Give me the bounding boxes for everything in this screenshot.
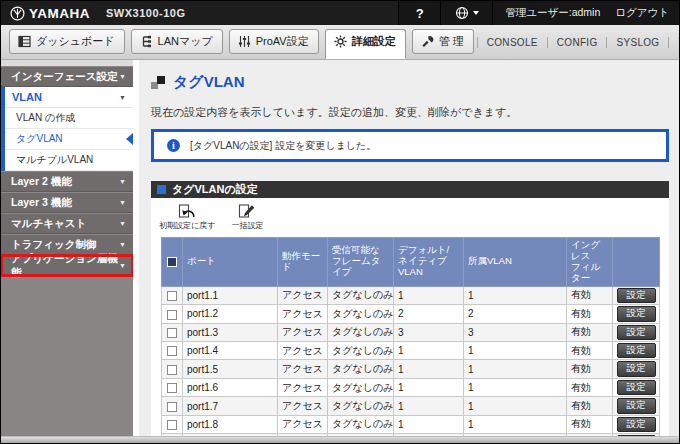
table-row: port1.4 アクセス タグなしのみ 1 1 有効 設定: [162, 342, 660, 360]
table-row: port1.5 アクセス タグなしのみ 1 1 有効 設定: [162, 360, 660, 378]
sidebar-group-layer3[interactable]: Layer 3 機能 ▼: [1, 192, 133, 213]
cell-ingress-filter: 有効: [567, 305, 613, 323]
sidebar-group-label: マルチキャスト: [11, 217, 86, 231]
chevron-down-icon: ▼: [119, 262, 126, 269]
cell-ingress-filter: 有効: [567, 415, 613, 433]
row-checkbox[interactable]: [167, 291, 177, 301]
cell-port: port1.2: [183, 305, 278, 323]
quick-links: CONSOLE CONFIG SYSLOG TECHINFO: [477, 37, 680, 48]
link-techinfo[interactable]: TECHINFO: [668, 37, 680, 48]
table-row: port1.7 アクセス タグなしのみ 1 1 有効 設定: [162, 397, 660, 415]
table-body: port1.1 アクセス タグなしのみ 1 1 有効 設定: [162, 286, 660, 436]
row-config-button[interactable]: 設定: [617, 288, 656, 303]
device-model: SWX3100-10G: [106, 7, 185, 19]
cell-port: port1.4: [183, 342, 278, 360]
link-console[interactable]: CONSOLE: [477, 37, 547, 48]
tab-proav-settings[interactable]: ProAV設定: [229, 29, 319, 54]
cell-frame-type: タグなしのみ: [328, 342, 394, 360]
brand: YAMAHA: [10, 6, 90, 21]
tab-management[interactable]: 管 理: [412, 29, 474, 54]
tab-dashboard[interactable]: ダッシュボード: [9, 29, 125, 54]
row-config-button[interactable]: 設定: [617, 380, 656, 395]
tool-label: 初期設定に戻す: [159, 220, 215, 231]
sidebar-group-multicast[interactable]: マルチキャスト ▼: [1, 213, 133, 234]
cell-ingress-filter: 有効: [567, 286, 613, 304]
tab-label: ProAV設定: [256, 34, 309, 49]
section-title: タグVLANの設定: [172, 182, 258, 197]
cell-port: port1.3: [183, 323, 278, 341]
row-checkbox[interactable]: [167, 383, 177, 393]
tab-label: 詳細設定: [352, 34, 396, 49]
tab-lan-map[interactable]: LANマップ: [131, 29, 223, 54]
logout-button[interactable]: ログアウト: [615, 6, 669, 20]
sidebar-group-label: トラフィック制御: [11, 238, 96, 252]
bulk-settings-button[interactable]: 一括設定: [231, 204, 263, 231]
chevron-down-icon: ▼: [119, 73, 126, 80]
row-config-button[interactable]: 設定: [617, 361, 656, 376]
link-syslog[interactable]: SYSLOG: [606, 37, 668, 48]
page-title: タグVLAN: [151, 73, 669, 92]
sidebar-group-application-layer[interactable]: アプリケーション層機能 ▼: [1, 255, 133, 276]
sidebar-group-layer2[interactable]: Layer 2 機能 ▼: [1, 171, 133, 192]
row-config-button[interactable]: 設定: [617, 398, 656, 413]
cell-member-vlan: 1: [464, 397, 567, 415]
sidebar-item-multiple-vlan[interactable]: マルチプルVLAN: [5, 150, 133, 171]
sidebar-item-tag-vlan[interactable]: タグVLAN: [5, 129, 133, 150]
cell-port: port1.6: [183, 378, 278, 396]
sidebar-item-vlan[interactable]: VLAN ▼: [5, 87, 133, 108]
chevron-down-icon: ▼: [119, 220, 126, 227]
row-checkbox[interactable]: [167, 402, 177, 412]
sidebar-group-interface-settings[interactable]: インターフェース設定 ▼: [1, 66, 133, 87]
cell-ingress-filter: 有効: [567, 323, 613, 341]
row-checkbox[interactable]: [167, 346, 177, 356]
topbar-right: ? 管理ユーザー:admin ログアウト: [398, 1, 679, 25]
row-config-button[interactable]: 設定: [617, 343, 656, 358]
cell-member-vlan: 1: [464, 286, 567, 304]
language-button[interactable]: [440, 1, 492, 25]
notice-text: [タグVLANの設定] 設定を変更しました。: [190, 139, 376, 153]
wrench-icon: [421, 35, 434, 48]
cell-native-vlan: 2: [394, 305, 464, 323]
row-config-button[interactable]: 設定: [617, 325, 656, 340]
cell-mode: アクセス: [278, 323, 328, 341]
help-button[interactable]: ?: [398, 1, 440, 25]
sidebar-item-label: VLAN の作成: [16, 111, 75, 125]
row-config-button[interactable]: 設定: [617, 306, 656, 321]
row-checkbox[interactable]: [167, 365, 177, 375]
tab-advanced-settings[interactable]: 詳細設定: [325, 29, 406, 59]
col-header-port: ポート: [183, 238, 278, 287]
row-config-button[interactable]: 設定: [617, 417, 656, 432]
cell-mode: アクセス: [278, 415, 328, 433]
table-toolbar: 初期設定に戻す 一括設定: [151, 198, 669, 235]
cell-mode: アクセス: [278, 360, 328, 378]
top-bar: YAMAHA SWX3100-10G ? 管理ユーザー:admin ログアウト: [1, 1, 679, 25]
reset-to-default-button[interactable]: 初期設定に戻す: [159, 204, 215, 231]
cell-frame-type: タグなしのみ: [328, 360, 394, 378]
cell-member-vlan: 1: [464, 360, 567, 378]
cell-port: port1.7: [183, 397, 278, 415]
main-content: タグVLAN 現在の設定内容を表示しています。設定の追加、変更、削除ができます。…: [139, 60, 679, 436]
cell-member-vlan: 3: [464, 323, 567, 341]
section-bullet-icon: [157, 185, 166, 194]
body: インターフェース設定 ▼ VLAN ▼ VLAN の作成 タグVLAN マルチプ…: [1, 60, 679, 436]
chevron-down-icon: ▼: [119, 178, 126, 185]
page-title-icon: [151, 76, 165, 89]
cell-native-vlan: 1: [394, 378, 464, 396]
row-checkbox[interactable]: [167, 328, 177, 338]
row-checkbox[interactable]: [167, 420, 177, 430]
window-bottom-edge: [1, 436, 679, 443]
table-header-row: ポート 動作モード 受信可能な フレームタイプ デフォルト/ ネイティブVLAN…: [162, 238, 660, 287]
cell-native-vlan: 1: [394, 342, 464, 360]
table-row: port1.8 アクセス タグなしのみ 1 1 有効 設定: [162, 415, 660, 433]
row-checkbox[interactable]: [167, 310, 177, 320]
link-config[interactable]: CONFIG: [547, 37, 607, 48]
sidebar-group-label: Layer 2 機能: [11, 175, 72, 189]
col-header-frame-type: 受信可能な フレームタイプ: [328, 238, 394, 287]
col-header-ingress-filter: イングレス フィルター: [567, 238, 613, 287]
sidebar-group-label: インターフェース設定: [11, 70, 117, 84]
sidebar-item-vlan-create[interactable]: VLAN の作成: [5, 108, 133, 129]
sidebar-item-label: タグVLAN: [16, 132, 63, 146]
cell-native-vlan: 1: [394, 415, 464, 433]
select-all-checkbox[interactable]: [167, 257, 177, 267]
app-window: YAMAHA SWX3100-10G ? 管理ユーザー:admin ログアウト: [0, 0, 680, 444]
